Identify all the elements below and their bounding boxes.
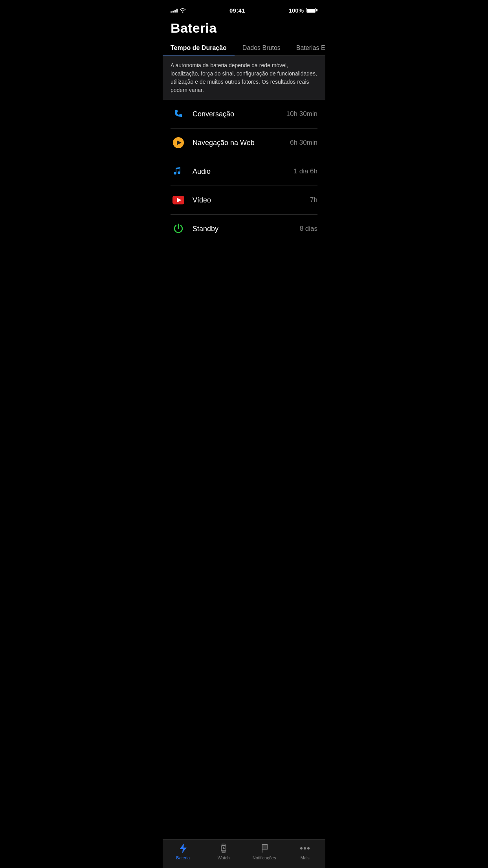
list-item: Conversação 10h 30min xyxy=(171,100,317,129)
item-label-standby: Standby xyxy=(193,225,300,233)
page-title: Bateria xyxy=(163,17,325,36)
list-item: Audio 1 dia 6h xyxy=(171,157,317,186)
signal-bars-icon xyxy=(171,8,178,13)
tab-tempo-duracao[interactable]: Tempo de Duração xyxy=(163,40,235,55)
tab-dados-brutos[interactable]: Dados Brutos xyxy=(235,40,288,55)
list-item: Standby 8 dias xyxy=(171,215,317,243)
tabs-bar: Tempo de Duração Dados Brutos Baterias E… xyxy=(163,40,325,56)
battery-percentage: 100% xyxy=(289,7,304,14)
video-icon xyxy=(171,192,186,208)
description-box: A autonomia da bateria depende da rede m… xyxy=(163,56,325,100)
tab-baterias-externas[interactable]: Baterias Exte... xyxy=(288,40,325,55)
battery-list: Conversação 10h 30min Navegação na Web 6… xyxy=(163,100,325,243)
list-item: Navegação na Web 6h 30min xyxy=(171,129,317,157)
item-value-web: 6h 30min xyxy=(290,139,317,147)
status-right: 100% xyxy=(289,7,317,14)
item-value-standby: 8 dias xyxy=(300,225,317,233)
content-area: A autonomia da bateria depende da rede m… xyxy=(163,56,325,278)
web-icon xyxy=(171,135,186,151)
item-value-audio: 1 dia 6h xyxy=(294,167,318,175)
description-text: A autonomia da bateria depende da rede m… xyxy=(171,62,317,93)
item-label-audio: Audio xyxy=(193,167,294,176)
phone-icon xyxy=(171,106,186,122)
status-bar: 09:41 100% xyxy=(163,0,325,17)
battery-icon xyxy=(306,8,317,13)
status-time: 09:41 xyxy=(229,7,245,14)
item-label-video: Vídeo xyxy=(193,196,310,204)
status-left xyxy=(171,8,186,13)
item-label-conversacao: Conversação xyxy=(193,110,286,118)
item-value-conversacao: 10h 30min xyxy=(286,110,317,118)
item-label-web: Navegação na Web xyxy=(193,139,290,147)
item-value-video: 7h xyxy=(310,196,317,204)
standby-icon xyxy=(171,221,186,237)
list-item: Vídeo 7h xyxy=(171,186,317,215)
audio-icon xyxy=(171,164,186,179)
wifi-icon xyxy=(180,8,186,13)
